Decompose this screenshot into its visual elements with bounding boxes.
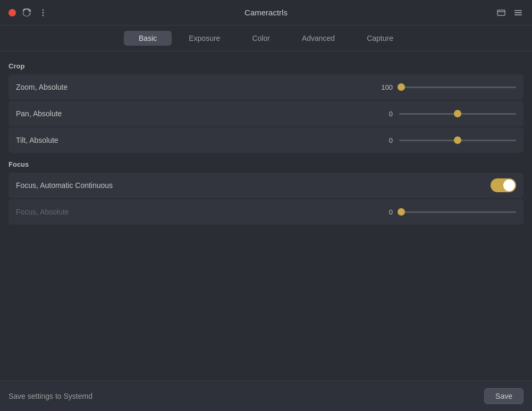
crop-section-label: Crop — [9, 62, 523, 70]
svg-point-2 — [43, 14, 44, 16]
svg-rect-6 — [514, 12, 522, 13]
tilt-absolute-value: 0 — [378, 136, 393, 144]
tilt-absolute-label: Tilt, Absolute — [16, 136, 133, 144]
zoom-absolute-slider[interactable] — [399, 82, 516, 92]
focus-slider-track — [399, 211, 516, 213]
main-content: Crop Zoom, Absolute 100 Pan, Absolute 0 … — [0, 52, 532, 376]
pan-slider-thumb[interactable] — [454, 110, 461, 117]
svg-rect-7 — [514, 14, 522, 15]
pan-absolute-value: 0 — [378, 110, 393, 118]
tilt-absolute-slider[interactable] — [399, 135, 516, 145]
pan-absolute-slider[interactable] — [399, 108, 516, 119]
focus-auto-label: Focus, Automatic Continuous — [16, 181, 133, 190]
focus-auto-toggle[interactable] — [491, 178, 516, 192]
focus-absolute-row: Focus, Absolute 0 — [9, 199, 523, 225]
pan-absolute-label: Pan, Absolute — [16, 109, 133, 118]
zoom-absolute-label: Zoom, Absolute — [16, 83, 133, 91]
focus-absolute-control: 0 — [133, 207, 516, 217]
tab-capture[interactable]: Capture — [352, 31, 408, 46]
svg-point-1 — [43, 12, 44, 13]
tab-advanced[interactable]: Advanced — [287, 31, 350, 46]
tilt-absolute-row: Tilt, Absolute 0 — [9, 127, 523, 153]
svg-rect-3 — [497, 10, 505, 15]
zoom-absolute-row: Zoom, Absolute 100 — [9, 74, 523, 100]
zoom-absolute-value: 100 — [378, 83, 393, 91]
svg-rect-5 — [514, 10, 522, 11]
svg-point-0 — [43, 9, 44, 11]
hamburger-icon[interactable] — [513, 7, 523, 18]
focus-auto-control — [133, 178, 516, 192]
tilt-slider-track — [399, 140, 516, 141]
bottom-bar: Save settings to Systemd Save — [0, 380, 532, 411]
zoom-slider-thumb[interactable] — [398, 83, 405, 91]
pan-absolute-row: Pan, Absolute 0 — [9, 101, 523, 126]
tabs-bar: Basic Exposure Color Advanced Capture — [0, 25, 532, 52]
focus-absolute-slider[interactable] — [399, 207, 516, 217]
tab-basic[interactable]: Basic — [124, 31, 172, 46]
titlebar-left — [9, 8, 48, 18]
toggle-knob — [503, 179, 515, 191]
focus-absolute-label: Focus, Absolute — [16, 208, 133, 216]
zoom-absolute-control: 100 — [133, 82, 516, 92]
pan-slider-track — [399, 113, 516, 115]
save-button[interactable]: Save — [484, 388, 523, 404]
tilt-slider-thumb[interactable] — [454, 136, 461, 144]
save-systemd-text: Save settings to Systemd — [9, 392, 92, 400]
focus-slider-thumb[interactable] — [398, 208, 405, 216]
close-button[interactable] — [9, 9, 16, 16]
focus-section-label: Focus — [9, 160, 523, 168]
focus-auto-row: Focus, Automatic Continuous — [9, 173, 523, 198]
tab-exposure[interactable]: Exposure — [174, 31, 235, 46]
zoom-slider-track — [399, 87, 516, 88]
titlebar: Cameractrls — [0, 0, 532, 25]
titlebar-right — [496, 7, 523, 18]
tilt-absolute-control: 0 — [133, 135, 516, 145]
focus-absolute-value: 0 — [378, 208, 393, 216]
tab-color[interactable]: Color — [237, 31, 284, 46]
reload-button[interactable] — [22, 8, 32, 18]
menu-button[interactable] — [38, 8, 48, 18]
pan-absolute-control: 0 — [133, 108, 516, 119]
window-icon[interactable] — [496, 7, 506, 18]
app-title: Cameractrls — [244, 8, 288, 17]
